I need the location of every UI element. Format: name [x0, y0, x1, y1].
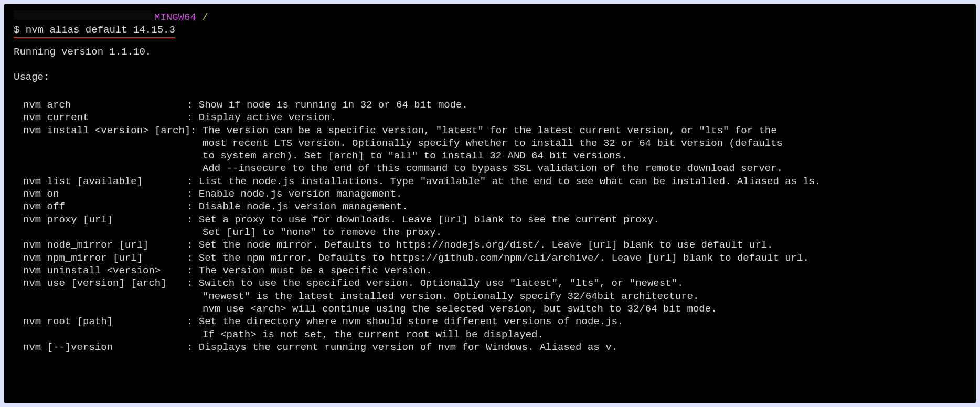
prompt-symbol: $: [14, 24, 19, 36]
usage-command: nvm npm_mirror [url]: [23, 252, 187, 264]
running-version-line: Running version 1.1.10.: [14, 46, 966, 58]
usage-description: : Set a proxy to use for downloads. Leav…: [187, 213, 659, 226]
usage-continuation: most recent LTS version. Optionally spec…: [14, 137, 966, 149]
usage-description: : The version must be a specific version…: [187, 264, 432, 277]
typed-command: nvm alias default 14.15.3: [26, 24, 175, 36]
usage-continuation: Set [url] to "none" to remove the proxy.: [14, 226, 966, 239]
usage-continuation: to system arch). Set [arch] to "all" to …: [14, 149, 966, 162]
user-host-redacted: [14, 10, 151, 20]
usage-row: nvm node_mirror [url]: Set the node mirr…: [14, 239, 966, 251]
usage-header: Usage:: [14, 71, 966, 83]
usage-row: nvm npm_mirror [url]: Set the npm mirror…: [14, 252, 966, 264]
usage-description: : The version can be a specific version,…: [190, 124, 776, 137]
usage-command: nvm use [version] [arch]: [23, 277, 187, 290]
cwd-path: /: [202, 11, 208, 24]
usage-description: : Display active version.: [187, 111, 336, 124]
usage-row: nvm uninstall <version>: The version mus…: [14, 264, 966, 277]
usage-description: : Displays the current running version o…: [187, 341, 617, 354]
usage-command: nvm on: [23, 188, 187, 200]
usage-description: : Show if node is running in 32 or 64 bi…: [187, 99, 468, 111]
usage-row: nvm root [path]: Set the directory where…: [14, 315, 966, 328]
usage-row: nvm arch: Show if node is running in 32 …: [14, 99, 966, 111]
usage-row: nvm current: Display active version.: [14, 111, 966, 124]
shell-env-label: MINGW64: [154, 11, 196, 24]
usage-row: nvm [--]version: Displays the current ru…: [14, 341, 966, 354]
usage-command: nvm current: [23, 111, 187, 124]
prompt-line-userhost: MINGW64 /: [14, 10, 966, 24]
usage-row: nvm list [available]: List the node.js i…: [14, 175, 966, 188]
usage-command: nvm [--]version: [23, 341, 187, 354]
usage-row: nvm use [version] [arch]: Switch to use …: [14, 277, 966, 290]
usage-description: : Set the npm mirror. Defaults to https:…: [187, 252, 809, 264]
usage-row: nvm install <version> [arch]: The versio…: [14, 124, 966, 137]
usage-list: nvm arch: Show if node is running in 32 …: [14, 99, 966, 354]
usage-description: : Set the directory where nvm should sto…: [187, 315, 623, 328]
usage-continuation: If <path> is not set, the current root w…: [14, 328, 966, 341]
output-block: Running version 1.1.10. Usage: nvm arch:…: [14, 46, 966, 354]
usage-description: : Switch to use the specified version. O…: [187, 277, 683, 290]
usage-description: : Enable node.js version management.: [187, 188, 402, 200]
usage-command: nvm off: [23, 200, 187, 213]
usage-description: : List the node.js installations. Type "…: [187, 175, 821, 188]
usage-row: nvm on: Enable node.js version managemen…: [14, 188, 966, 200]
usage-row: nvm proxy [url]: Set a proxy to use for …: [14, 213, 966, 226]
usage-description: : Set the node mirror. Defaults to https…: [187, 239, 773, 251]
usage-continuation: Add --insecure to the end of this comman…: [14, 162, 966, 175]
usage-command: nvm install <version> [arch]: [23, 124, 190, 137]
command-line: $ nvm alias default 14.15.3: [14, 24, 966, 38]
usage-command: nvm proxy [url]: [23, 213, 187, 226]
terminal-window[interactable]: MINGW64 / $ nvm alias default 14.15.3 Ru…: [4, 4, 976, 403]
usage-row: nvm off: Disable node.js version managem…: [14, 200, 966, 213]
usage-command: nvm arch: [23, 99, 187, 111]
usage-continuation: nvm use <arch> will continue using the s…: [14, 303, 966, 315]
usage-command: nvm root [path]: [23, 315, 187, 328]
usage-command: nvm node_mirror [url]: [23, 239, 187, 251]
usage-command: nvm uninstall <version>: [23, 264, 187, 277]
usage-continuation: "newest" is the latest installed version…: [14, 290, 966, 303]
usage-description: : Disable node.js version management.: [187, 200, 408, 213]
usage-command: nvm list [available]: [23, 175, 187, 188]
